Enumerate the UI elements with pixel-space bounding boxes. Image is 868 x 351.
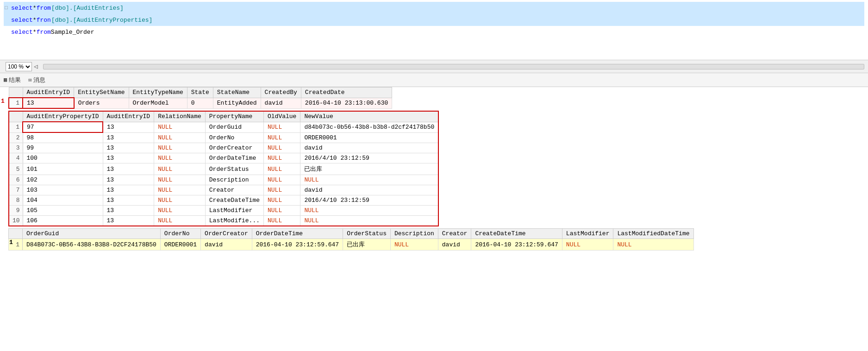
table-row[interactable]: 910513NULLLastModifierNULLNULL: [9, 206, 438, 216]
cell-auditentrypropertyid: 103: [23, 185, 103, 195]
table-row[interactable]: 29813NULLOrderNoNULLORDER0001: [9, 132, 438, 143]
table-row[interactable]: 610213NULLDescriptionNULLNULL: [9, 175, 438, 185]
table-row[interactable]: 510113NULLOrderStatusNULL已出库: [9, 163, 438, 175]
cell-propertyname: Description: [205, 175, 263, 185]
cell-entitysetname: Orders: [74, 98, 129, 108]
cell-auditentrypropertyid: 97: [23, 122, 103, 132]
row-num: 8: [9, 195, 23, 206]
sql-line-3[interactable]: select * from Sample_Order: [4, 26, 864, 38]
cell-statename: EntityAdded: [213, 98, 261, 108]
row1-marker-3: 1: [9, 239, 13, 246]
messages-icon: ✉: [28, 76, 31, 83]
cell-oldvalue: NULL: [264, 163, 300, 175]
col-header-auditentryid: AuditEntryID: [23, 88, 74, 98]
zoom-select[interactable]: 100 %: [6, 62, 32, 71]
table-row[interactable]: 810413NULLCreateDateTimeNULL2016/4/10 23…: [9, 195, 438, 206]
sql-token-keyword: from: [37, 29, 51, 36]
cell-createddate: 2016-04-10 23:13:00.630: [301, 98, 392, 108]
cell-auditentryid: 13: [103, 163, 154, 175]
row-num: 9: [9, 206, 23, 216]
cell-propertyname: OrderCreator: [205, 143, 263, 153]
cell-oldvalue: NULL: [264, 175, 300, 185]
table-row[interactable]: 1010613NULLLastModifie...NULLNULL: [9, 216, 438, 226]
table-row[interactable]: 19713NULLOrderGuidNULLd84b073c-0b56-43b8…: [9, 122, 438, 132]
cell-auditentrypropertyid: 106: [23, 216, 103, 226]
cell-relationname: NULL: [154, 122, 206, 132]
cell-propertyname: LastModifie...: [205, 216, 263, 226]
cell-relationname: NULL: [154, 185, 206, 195]
cell-auditentryid: 13: [103, 195, 154, 206]
cell-auditentryid: 13: [103, 206, 154, 216]
sample-order-section: 1 OrderGuidOrderNoOrderCreatorOrderDateT…: [8, 228, 868, 251]
audit-entry-properties-table: AuditEntryPropertyIDAuditEntryIDRelation…: [8, 111, 439, 226]
table-row[interactable]: 39913NULLOrderCreatorNULLdavid: [9, 143, 438, 153]
cell-relationname: NULL: [154, 216, 206, 226]
nav-left-icon[interactable]: ◁: [34, 63, 37, 70]
cell-propertyname: OrderStatus: [205, 163, 263, 175]
cell-relationname: NULL: [154, 153, 206, 163]
tab-messages-label: 消息: [33, 76, 45, 84]
cell-ordercreator: david: [201, 239, 252, 251]
cell-auditentryid: 13: [103, 175, 154, 185]
table-row[interactable]: 410013NULLOrderDateTimeNULL2016/4/10 23:…: [9, 153, 438, 163]
sql-token-plain: *: [33, 29, 37, 36]
sql-token-keyword: select: [11, 29, 33, 36]
col-header-propertyname: PropertyName: [205, 111, 263, 122]
sql-line-2[interactable]: select * fron [dbo].[AuditEntryPropertie…: [4, 14, 864, 26]
table-row[interactable]: 1D84B073C-0B56-43B8-B3B8-D2CF24178B50ORD…: [9, 239, 694, 251]
cell-newvalue: NULL: [300, 216, 438, 226]
cell-oldvalue: NULL: [264, 206, 300, 216]
tab-messages[interactable]: ✉ 消息: [28, 76, 45, 84]
cell-newvalue: 已出库: [300, 163, 438, 175]
cell-oldvalue: NULL: [264, 216, 300, 226]
row-num: 6: [9, 175, 23, 185]
cell-description: NULL: [390, 239, 438, 251]
sql-editor[interactable]: □select * from [dbo].[AuditEntries]selec…: [0, 0, 868, 60]
row-num: 1: [9, 122, 23, 132]
col-header-entitytypename: EntityTypeName: [129, 88, 187, 98]
cell-auditentryid: 13: [23, 98, 74, 108]
row-num: 7: [9, 185, 23, 195]
row-num: 1: [9, 98, 23, 108]
sql-token-keyword: select: [11, 5, 33, 12]
sql-token-plain: Sample_Order: [51, 29, 94, 36]
table-row[interactable]: 113OrdersOrderModel0EntityAddeddavid2016…: [9, 98, 392, 108]
col-header-statename: StateName: [213, 88, 261, 98]
cell-newvalue: 2016/4/10 23:12:59: [300, 153, 438, 163]
sql-line-1[interactable]: □select * from [dbo].[AuditEntries]: [4, 2, 864, 14]
cell-oldvalue: NULL: [264, 143, 300, 153]
table-row[interactable]: 710313NULLCreatorNULLdavid: [9, 185, 438, 195]
sql-token-keyword: from: [37, 5, 51, 12]
line-indicator: □: [5, 5, 8, 11]
cell-state: 0: [187, 98, 213, 108]
sql-token-plain: *: [33, 5, 37, 12]
cell-entitytypename: OrderModel: [129, 98, 187, 108]
col-header-createdatetime: CreateDateTime: [471, 229, 562, 239]
cell-oldvalue: NULL: [264, 153, 300, 163]
row-num: 3: [9, 143, 23, 153]
cell-orderstatus: 已出库: [343, 239, 391, 251]
cell-creator: david: [438, 239, 471, 251]
row-num: 4: [9, 153, 23, 163]
audit-entries-table: AuditEntryIDEntitySetNameEntityTypeNameS…: [8, 87, 392, 109]
audit-entry-properties-section: AuditEntryPropertyIDAuditEntryIDRelation…: [8, 111, 868, 226]
col-header-creator: Creator: [438, 229, 471, 239]
sql-token-table: [dbo].[AuditEntries]: [51, 5, 124, 12]
col-header-entitysetname: EntitySetName: [74, 88, 129, 98]
tab-results-label: 结果: [9, 76, 21, 84]
cell-propertyname: CreateDateTime: [205, 195, 263, 206]
horizontal-scrollbar[interactable]: [43, 64, 864, 69]
sql-token-keyword: fron: [37, 17, 51, 24]
cell-createdby: david: [261, 98, 301, 108]
cell-auditentryid: 13: [103, 132, 154, 143]
cell-propertyname: OrderDateTime: [205, 153, 263, 163]
col-header-orderdatetime: OrderDateTime: [252, 229, 343, 239]
sql-token-table: [dbo].[AuditEntryProperties]: [51, 17, 153, 24]
col-header-ordercreator: OrderCreator: [201, 229, 252, 239]
results-icon: ▦: [4, 76, 7, 83]
col-header-auditentrypropertyid: AuditEntryPropertyID: [23, 111, 103, 122]
row1-marker: 1: [1, 98, 5, 105]
cell-auditentrypropertyid: 99: [23, 143, 103, 153]
tab-results[interactable]: ▦ 结果: [4, 76, 21, 84]
col-header-createddate: CreatedDate: [301, 88, 392, 98]
